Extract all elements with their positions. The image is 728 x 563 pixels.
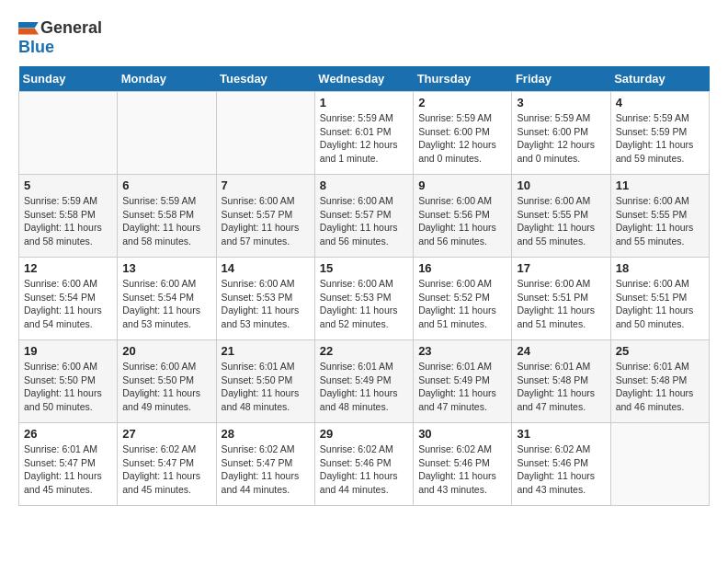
- calendar-cell: 21Sunrise: 6:01 AMSunset: 5:50 PMDayligh…: [216, 340, 314, 423]
- logo-general-text: General: [40, 18, 102, 38]
- calendar-cell: 19Sunrise: 6:00 AMSunset: 5:50 PMDayligh…: [19, 340, 118, 423]
- day-number: 25: [616, 344, 704, 358]
- weekday-thursday: Thursday: [414, 66, 512, 92]
- calendar-cell: 16Sunrise: 6:00 AMSunset: 5:52 PMDayligh…: [414, 258, 512, 340]
- calendar-cell: 14Sunrise: 6:00 AMSunset: 5:53 PMDayligh…: [216, 258, 314, 340]
- day-info: Sunrise: 6:00 AMSunset: 5:50 PMDaylight:…: [24, 360, 112, 414]
- day-info: Sunrise: 6:01 AMSunset: 5:48 PMDaylight:…: [616, 360, 704, 414]
- page-header: General Blue: [18, 18, 710, 57]
- day-info: Sunrise: 6:02 AMSunset: 5:47 PMDaylight:…: [122, 442, 210, 497]
- day-number: 8: [320, 178, 408, 192]
- calendar-cell: 24Sunrise: 6:01 AMSunset: 5:48 PMDayligh…: [512, 340, 610, 423]
- calendar-week-2: 5Sunrise: 5:59 AMSunset: 5:58 PMDaylight…: [19, 175, 710, 258]
- day-number: 31: [517, 427, 605, 441]
- day-number: 5: [24, 178, 112, 192]
- day-number: 19: [24, 344, 112, 358]
- calendar-cell: 17Sunrise: 6:00 AMSunset: 5:51 PMDayligh…: [512, 258, 610, 340]
- day-info: Sunrise: 6:01 AMSunset: 5:49 PMDaylight:…: [320, 360, 408, 414]
- day-number: 13: [122, 261, 210, 275]
- day-number: 20: [122, 344, 210, 358]
- logo-blue-text: Blue: [18, 38, 54, 57]
- calendar-cell: [216, 92, 314, 175]
- day-number: 29: [320, 427, 408, 441]
- calendar-cell: 4Sunrise: 5:59 AMSunset: 5:59 PMDaylight…: [610, 92, 709, 175]
- calendar-cell: [610, 423, 709, 506]
- day-number: 24: [517, 344, 605, 358]
- day-number: 3: [517, 96, 605, 109]
- weekday-saturday: Saturday: [610, 66, 709, 92]
- calendar-cell: 9Sunrise: 6:00 AMSunset: 5:56 PMDaylight…: [414, 175, 512, 258]
- calendar-table: SundayMondayTuesdayWednesdayThursdayFrid…: [18, 66, 710, 506]
- calendar-cell: 6Sunrise: 5:59 AMSunset: 5:58 PMDaylight…: [118, 175, 216, 258]
- calendar-cell: 25Sunrise: 6:01 AMSunset: 5:48 PMDayligh…: [610, 340, 709, 423]
- logo-flag-icon: [18, 22, 39, 35]
- calendar-cell: 8Sunrise: 6:00 AMSunset: 5:57 PMDaylight…: [314, 175, 413, 258]
- day-number: 22: [320, 344, 408, 358]
- day-info: Sunrise: 5:59 AMSunset: 6:00 PMDaylight:…: [517, 111, 605, 166]
- day-info: Sunrise: 6:01 AMSunset: 5:48 PMDaylight:…: [517, 360, 605, 414]
- day-info: Sunrise: 6:00 AMSunset: 5:57 PMDaylight:…: [222, 194, 310, 248]
- day-info: Sunrise: 5:59 AMSunset: 5:59 PMDaylight:…: [616, 111, 704, 166]
- calendar-cell: 13Sunrise: 6:00 AMSunset: 5:54 PMDayligh…: [118, 258, 216, 340]
- day-info: Sunrise: 6:00 AMSunset: 5:53 PMDaylight:…: [320, 277, 408, 331]
- day-number: 26: [24, 427, 112, 441]
- day-number: 2: [418, 96, 506, 109]
- day-number: 15: [320, 261, 408, 275]
- weekday-monday: Monday: [118, 66, 216, 92]
- calendar-cell: 2Sunrise: 5:59 AMSunset: 6:00 PMDaylight…: [414, 92, 512, 175]
- day-number: 18: [616, 261, 704, 275]
- calendar-body: 1Sunrise: 5:59 AMSunset: 6:01 PMDaylight…: [19, 92, 710, 506]
- weekday-wednesday: Wednesday: [314, 66, 413, 92]
- calendar-cell: 12Sunrise: 6:00 AMSunset: 5:54 PMDayligh…: [19, 258, 118, 340]
- day-info: Sunrise: 6:01 AMSunset: 5:47 PMDaylight:…: [24, 442, 112, 497]
- calendar-week-3: 12Sunrise: 6:00 AMSunset: 5:54 PMDayligh…: [19, 258, 710, 340]
- day-number: 21: [222, 344, 310, 358]
- day-number: 12: [24, 261, 112, 275]
- calendar-cell: 5Sunrise: 5:59 AMSunset: 5:58 PMDaylight…: [19, 175, 118, 258]
- day-number: 1: [320, 96, 408, 109]
- weekday-sunday: Sunday: [19, 66, 118, 92]
- day-number: 11: [616, 178, 704, 192]
- day-number: 4: [616, 96, 704, 109]
- calendar-cell: 23Sunrise: 6:01 AMSunset: 5:49 PMDayligh…: [414, 340, 512, 423]
- day-number: 23: [418, 344, 506, 358]
- calendar-cell: 7Sunrise: 6:00 AMSunset: 5:57 PMDaylight…: [216, 175, 314, 258]
- weekday-friday: Friday: [512, 66, 610, 92]
- calendar-cell: [118, 92, 216, 175]
- day-info: Sunrise: 6:00 AMSunset: 5:56 PMDaylight:…: [418, 194, 506, 248]
- calendar-cell: 27Sunrise: 6:02 AMSunset: 5:47 PMDayligh…: [118, 423, 216, 506]
- calendar-cell: 22Sunrise: 6:01 AMSunset: 5:49 PMDayligh…: [314, 340, 413, 423]
- day-info: Sunrise: 6:01 AMSunset: 5:49 PMDaylight:…: [418, 360, 506, 414]
- day-info: Sunrise: 6:02 AMSunset: 5:46 PMDaylight:…: [418, 442, 506, 497]
- calendar-week-5: 26Sunrise: 6:01 AMSunset: 5:47 PMDayligh…: [19, 423, 710, 506]
- day-info: Sunrise: 6:00 AMSunset: 5:53 PMDaylight:…: [222, 277, 310, 331]
- calendar-cell: 26Sunrise: 6:01 AMSunset: 5:47 PMDayligh…: [19, 423, 118, 506]
- day-number: 27: [122, 427, 210, 441]
- calendar-cell: 29Sunrise: 6:02 AMSunset: 5:46 PMDayligh…: [314, 423, 413, 506]
- day-info: Sunrise: 5:59 AMSunset: 6:00 PMDaylight:…: [418, 111, 506, 166]
- day-info: Sunrise: 6:00 AMSunset: 5:51 PMDaylight:…: [517, 277, 605, 331]
- calendar-cell: 20Sunrise: 6:00 AMSunset: 5:50 PMDayligh…: [118, 340, 216, 423]
- calendar-cell: 31Sunrise: 6:02 AMSunset: 5:46 PMDayligh…: [512, 423, 610, 506]
- calendar-week-1: 1Sunrise: 5:59 AMSunset: 6:01 PMDaylight…: [19, 92, 710, 175]
- day-number: 10: [517, 178, 605, 192]
- day-number: 9: [418, 178, 506, 192]
- day-info: Sunrise: 6:00 AMSunset: 5:55 PMDaylight:…: [517, 194, 605, 248]
- day-info: Sunrise: 5:59 AMSunset: 5:58 PMDaylight:…: [24, 194, 112, 248]
- day-info: Sunrise: 6:00 AMSunset: 5:55 PMDaylight:…: [616, 194, 704, 248]
- day-info: Sunrise: 6:00 AMSunset: 5:54 PMDaylight:…: [122, 277, 210, 331]
- day-info: Sunrise: 6:02 AMSunset: 5:46 PMDaylight:…: [320, 442, 408, 497]
- day-info: Sunrise: 5:59 AMSunset: 5:58 PMDaylight:…: [122, 194, 210, 248]
- calendar-cell: 3Sunrise: 5:59 AMSunset: 6:00 PMDaylight…: [512, 92, 610, 175]
- day-info: Sunrise: 6:01 AMSunset: 5:50 PMDaylight:…: [222, 360, 310, 414]
- weekday-tuesday: Tuesday: [216, 66, 314, 92]
- day-number: 16: [418, 261, 506, 275]
- logo: General Blue: [18, 18, 102, 57]
- day-info: Sunrise: 6:02 AMSunset: 5:47 PMDaylight:…: [222, 442, 310, 497]
- day-info: Sunrise: 6:00 AMSunset: 5:54 PMDaylight:…: [24, 277, 112, 331]
- calendar-week-4: 19Sunrise: 6:00 AMSunset: 5:50 PMDayligh…: [19, 340, 710, 423]
- day-info: Sunrise: 6:00 AMSunset: 5:51 PMDaylight:…: [616, 277, 704, 331]
- day-info: Sunrise: 5:59 AMSunset: 6:01 PMDaylight:…: [320, 111, 408, 166]
- calendar-cell: 30Sunrise: 6:02 AMSunset: 5:46 PMDayligh…: [414, 423, 512, 506]
- day-info: Sunrise: 6:00 AMSunset: 5:52 PMDaylight:…: [418, 277, 506, 331]
